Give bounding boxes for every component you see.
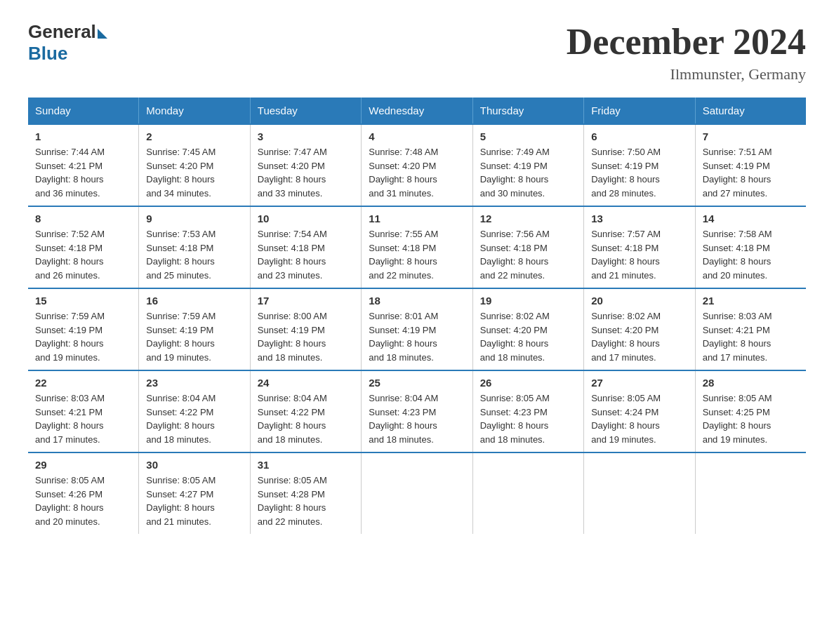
calendar-cell: 25 Sunrise: 8:04 AMSunset: 4:23 PMDaylig… — [362, 370, 472, 452]
weekday-header-wednesday: Wednesday — [362, 98, 472, 124]
calendar-cell: 26 Sunrise: 8:05 AMSunset: 4:23 PMDaylig… — [472, 370, 583, 452]
day-info: Sunrise: 7:47 AMSunset: 4:20 PMDaylight:… — [258, 147, 327, 199]
day-info: Sunrise: 8:01 AMSunset: 4:19 PMDaylight:… — [369, 311, 438, 363]
day-info: Sunrise: 8:05 AMSunset: 4:23 PMDaylight:… — [480, 393, 550, 445]
day-info: Sunrise: 8:03 AMSunset: 4:21 PMDaylight:… — [35, 393, 105, 445]
day-number: 22 — [35, 377, 131, 389]
week-row-1: 1 Sunrise: 7:44 AMSunset: 4:21 PMDayligh… — [28, 124, 806, 206]
calendar-cell — [695, 452, 806, 534]
calendar-cell: 30 Sunrise: 8:05 AMSunset: 4:27 PMDaylig… — [139, 452, 250, 534]
weekday-header-thursday: Thursday — [472, 98, 583, 124]
calendar-cell — [472, 452, 583, 534]
day-number: 18 — [369, 295, 465, 307]
day-number: 17 — [258, 295, 354, 307]
day-number: 25 — [369, 377, 465, 389]
calendar-cell: 18 Sunrise: 8:01 AMSunset: 4:19 PMDaylig… — [362, 288, 472, 370]
day-info: Sunrise: 8:03 AMSunset: 4:21 PMDaylight:… — [703, 311, 772, 363]
day-number: 16 — [146, 295, 242, 307]
calendar-cell: 22 Sunrise: 8:03 AMSunset: 4:21 PMDaylig… — [28, 370, 139, 452]
day-info: Sunrise: 7:52 AMSunset: 4:18 PMDaylight:… — [35, 229, 105, 281]
calendar-cell: 10 Sunrise: 7:54 AMSunset: 4:18 PMDaylig… — [250, 206, 361, 288]
day-number: 5 — [480, 130, 576, 142]
calendar-cell: 8 Sunrise: 7:52 AMSunset: 4:18 PMDayligh… — [28, 206, 139, 288]
calendar-cell: 14 Sunrise: 7:58 AMSunset: 4:18 PMDaylig… — [695, 206, 806, 288]
day-info: Sunrise: 7:45 AMSunset: 4:20 PMDaylight:… — [146, 147, 216, 199]
calendar-cell: 29 Sunrise: 8:05 AMSunset: 4:26 PMDaylig… — [28, 452, 139, 534]
week-row-4: 22 Sunrise: 8:03 AMSunset: 4:21 PMDaylig… — [28, 370, 806, 452]
week-row-3: 15 Sunrise: 7:59 AMSunset: 4:19 PMDaylig… — [28, 288, 806, 370]
weekday-header-row: SundayMondayTuesdayWednesdayThursdayFrid… — [28, 98, 806, 124]
day-info: Sunrise: 7:58 AMSunset: 4:18 PMDaylight:… — [703, 229, 772, 281]
calendar-cell: 4 Sunrise: 7:48 AMSunset: 4:20 PMDayligh… — [362, 124, 472, 206]
day-number: 8 — [35, 213, 131, 224]
logo-general-text: General — [28, 21, 96, 43]
day-info: Sunrise: 7:59 AMSunset: 4:19 PMDaylight:… — [146, 311, 216, 363]
calendar-cell: 23 Sunrise: 8:04 AMSunset: 4:22 PMDaylig… — [139, 370, 250, 452]
day-number: 24 — [258, 377, 354, 389]
day-info: Sunrise: 8:04 AMSunset: 4:22 PMDaylight:… — [146, 393, 216, 445]
day-number: 1 — [35, 130, 131, 142]
day-info: Sunrise: 8:05 AMSunset: 4:27 PMDaylight:… — [146, 475, 216, 527]
logo-triangle-icon — [98, 29, 107, 39]
calendar-cell: 13 Sunrise: 7:57 AMSunset: 4:18 PMDaylig… — [584, 206, 695, 288]
day-number: 23 — [146, 377, 242, 389]
day-number: 7 — [703, 130, 799, 142]
day-info: Sunrise: 7:49 AMSunset: 4:19 PMDaylight:… — [480, 147, 550, 199]
calendar-cell: 1 Sunrise: 7:44 AMSunset: 4:21 PMDayligh… — [28, 124, 139, 206]
day-number: 9 — [146, 213, 242, 224]
logo-blue-text: Blue — [28, 43, 67, 65]
calendar-cell — [584, 452, 695, 534]
calendar-cell: 12 Sunrise: 7:56 AMSunset: 4:18 PMDaylig… — [472, 206, 583, 288]
day-number: 13 — [591, 213, 687, 224]
day-number: 4 — [369, 130, 465, 142]
day-number: 20 — [591, 295, 687, 307]
day-number: 11 — [369, 213, 465, 224]
day-number: 6 — [591, 130, 687, 142]
calendar-cell: 16 Sunrise: 7:59 AMSunset: 4:19 PMDaylig… — [139, 288, 250, 370]
logo: General Blue — [28, 21, 107, 65]
calendar-cell: 17 Sunrise: 8:00 AMSunset: 4:19 PMDaylig… — [250, 288, 361, 370]
day-info: Sunrise: 7:55 AMSunset: 4:18 PMDaylight:… — [369, 229, 438, 281]
weekday-header-tuesday: Tuesday — [250, 98, 361, 124]
day-number: 19 — [480, 295, 576, 307]
day-number: 3 — [258, 130, 354, 142]
weekday-header-sunday: Sunday — [28, 98, 139, 124]
calendar-table: SundayMondayTuesdayWednesdayThursdayFrid… — [28, 98, 806, 534]
day-info: Sunrise: 8:02 AMSunset: 4:20 PMDaylight:… — [480, 311, 550, 363]
day-number: 30 — [146, 459, 242, 471]
day-info: Sunrise: 7:56 AMSunset: 4:18 PMDaylight:… — [480, 229, 550, 281]
day-number: 27 — [591, 377, 687, 389]
day-info: Sunrise: 8:05 AMSunset: 4:28 PMDaylight:… — [258, 475, 327, 527]
weekday-header-saturday: Saturday — [695, 98, 806, 124]
day-info: Sunrise: 7:57 AMSunset: 4:18 PMDaylight:… — [591, 229, 661, 281]
day-number: 15 — [35, 295, 131, 307]
day-info: Sunrise: 8:04 AMSunset: 4:23 PMDaylight:… — [369, 393, 438, 445]
day-number: 26 — [480, 377, 576, 389]
day-info: Sunrise: 7:44 AMSunset: 4:21 PMDaylight:… — [35, 147, 105, 199]
day-info: Sunrise: 7:59 AMSunset: 4:19 PMDaylight:… — [35, 311, 105, 363]
day-number: 29 — [35, 459, 131, 471]
week-row-2: 8 Sunrise: 7:52 AMSunset: 4:18 PMDayligh… — [28, 206, 806, 288]
day-info: Sunrise: 8:05 AMSunset: 4:26 PMDaylight:… — [35, 475, 105, 527]
calendar-cell: 2 Sunrise: 7:45 AMSunset: 4:20 PMDayligh… — [139, 124, 250, 206]
weekday-header-friday: Friday — [584, 98, 695, 124]
calendar-cell: 15 Sunrise: 7:59 AMSunset: 4:19 PMDaylig… — [28, 288, 139, 370]
calendar-cell: 20 Sunrise: 8:02 AMSunset: 4:20 PMDaylig… — [584, 288, 695, 370]
page-header: General Blue December 2024 Ilmmunster, G… — [28, 21, 806, 83]
day-info: Sunrise: 8:00 AMSunset: 4:19 PMDaylight:… — [258, 311, 327, 363]
calendar-cell: 27 Sunrise: 8:05 AMSunset: 4:24 PMDaylig… — [584, 370, 695, 452]
day-info: Sunrise: 7:51 AMSunset: 4:19 PMDaylight:… — [703, 147, 772, 199]
calendar-cell: 3 Sunrise: 7:47 AMSunset: 4:20 PMDayligh… — [250, 124, 361, 206]
calendar-cell: 21 Sunrise: 8:03 AMSunset: 4:21 PMDaylig… — [695, 288, 806, 370]
weekday-header-monday: Monday — [139, 98, 250, 124]
day-number: 14 — [703, 213, 799, 224]
day-number: 31 — [258, 459, 354, 471]
calendar-cell: 9 Sunrise: 7:53 AMSunset: 4:18 PMDayligh… — [139, 206, 250, 288]
calendar-cell — [362, 452, 472, 534]
calendar-cell: 28 Sunrise: 8:05 AMSunset: 4:25 PMDaylig… — [695, 370, 806, 452]
title-section: December 2024 Ilmmunster, Germany — [567, 21, 806, 83]
calendar-cell: 31 Sunrise: 8:05 AMSunset: 4:28 PMDaylig… — [250, 452, 361, 534]
day-number: 21 — [703, 295, 799, 307]
calendar-cell: 11 Sunrise: 7:55 AMSunset: 4:18 PMDaylig… — [362, 206, 472, 288]
month-year-title: December 2024 — [567, 21, 806, 62]
